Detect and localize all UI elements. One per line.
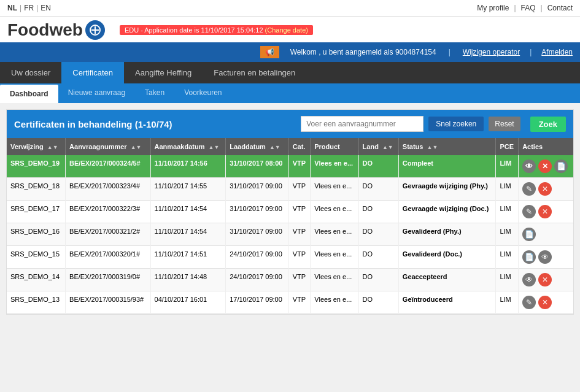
col-pce[interactable]: PCE: [496, 138, 519, 155]
cell-land: DO: [358, 155, 398, 178]
logo-svg-icon: [89, 24, 101, 36]
cell-pce: LIM: [496, 223, 519, 246]
cell-pce: LIM: [496, 291, 519, 314]
logo-row: Foodweb EDU - Application date is 11/10/…: [7, 20, 313, 40]
col-acties: Acties: [519, 138, 573, 155]
eye-icon[interactable]: 👁: [538, 250, 552, 264]
doc-icon[interactable]: 📄: [522, 228, 536, 241]
cell-aanmaak: 11/10/2017 14:48: [150, 269, 226, 291]
nav-aangifte-heffing[interactable]: Aangifte Heffing: [124, 62, 203, 83]
lang-nl[interactable]: NL: [7, 4, 17, 12]
subnav-dashboard[interactable]: Dashboard: [0, 85, 58, 103]
x-icon[interactable]: ✕: [538, 273, 552, 286]
subnav-voorkeuren[interactable]: Voorkeuren: [174, 83, 231, 103]
nav-facturen[interactable]: Facturen en betalingen: [203, 62, 306, 83]
cell-cat: VTP: [288, 155, 311, 178]
x-icon[interactable]: ✕: [538, 159, 552, 173]
sort-aanvraag-icon: ▲▼: [131, 144, 142, 150]
top-bar: NL | FR | EN My profile | FAQ | Contact: [0, 0, 580, 17]
cell-aanmaak: 04/10/2017 16:01: [150, 291, 226, 314]
quick-search-button[interactable]: Snel zoeken: [428, 117, 484, 131]
notification-message: Welkom , u bent aangemeld als 9004874154: [290, 48, 436, 56]
sort-laad-icon: ▲▼: [269, 144, 280, 150]
afmelden-link[interactable]: Afmelden: [541, 48, 573, 56]
action-icons: ✎✕: [522, 205, 570, 218]
col-aanvraagnummer[interactable]: Aanvraagnummer ▲▼: [66, 138, 150, 155]
cell-ref: SRS_DEMO_18: [7, 178, 66, 201]
cell-aanvraag: BE/EX/2017/000321/2#: [66, 223, 150, 246]
cell-aanmaak: 11/10/2017 14:54: [150, 223, 226, 246]
x-icon[interactable]: ✕: [538, 296, 552, 309]
cell-land: DO: [358, 269, 398, 291]
subnav-taken[interactable]: Taken: [135, 83, 174, 103]
subnav-nieuwe-aanvraag[interactable]: Nieuwe aanvraag: [58, 83, 135, 103]
x-icon[interactable]: ✕: [538, 182, 552, 196]
wijzigen-operator-link[interactable]: Wijzigen operator: [463, 48, 520, 56]
cell-product: Vlees en e...: [311, 178, 358, 201]
eye-icon[interactable]: 👁: [522, 273, 536, 286]
col-aanmaakdatum[interactable]: Aanmaakdatum ▲▼: [150, 138, 226, 155]
search-input[interactable]: [301, 116, 423, 132]
action-icons: 📄👁: [522, 250, 570, 264]
top-right-links: My profile | FAQ | Contact: [477, 4, 573, 12]
cell-laad: 24/10/2017 09:00: [226, 246, 288, 269]
lang-en[interactable]: EN: [41, 4, 51, 12]
cell-acties: ✎✕: [519, 291, 573, 314]
cell-laad: 17/10/2017 09:00: [226, 291, 288, 314]
my-profile-link[interactable]: My profile: [477, 4, 509, 12]
faq-link[interactable]: FAQ: [521, 4, 536, 12]
table-title: Certificaten in behandeling (1-10/74): [14, 119, 296, 129]
cell-aanvraag: BE/EX/2017/000323/4#: [66, 178, 150, 201]
table-row: SRS_DEMO_14 BE/EX/2017/000319/0# 11/10/2…: [7, 269, 573, 291]
contact-link[interactable]: Contact: [547, 4, 573, 12]
cell-aanmaak: 11/10/2017 14:51: [150, 246, 226, 269]
reset-button[interactable]: Reset: [489, 117, 520, 131]
main-nav: Uw dossier Certificaten Aangifte Heffing…: [0, 62, 580, 83]
nav-uw-dossier[interactable]: Uw dossier: [0, 62, 61, 83]
edit-icon[interactable]: ✎: [522, 205, 536, 218]
col-cat[interactable]: Cat.: [288, 138, 311, 155]
col-laaddatum[interactable]: Laaddatum ▲▼: [226, 138, 288, 155]
doc-icon[interactable]: 📄: [554, 159, 568, 173]
logo-bar: Foodweb EDU - Application date is 11/10/…: [0, 17, 580, 42]
cell-ref: SRS_DEMO_19: [7, 155, 66, 178]
cell-product: Vlees en e...: [311, 155, 358, 178]
cell-aanvraag: BE/EX/2017/000320/1#: [66, 246, 150, 269]
sort-land-icon: ▲▼: [382, 144, 393, 150]
search-button[interactable]: Zoek: [530, 117, 566, 132]
col-product[interactable]: Product: [311, 138, 358, 155]
logo-icon: [85, 20, 105, 40]
action-icons: 📄: [522, 228, 570, 241]
col-status[interactable]: Status ▲▼: [398, 138, 496, 155]
col-land[interactable]: Land ▲▼: [358, 138, 398, 155]
cell-pce: LIM: [496, 201, 519, 223]
cell-cat: VTP: [288, 201, 311, 223]
cell-status: Gevraagde wijziging (Phy.): [398, 178, 496, 201]
doc-icon[interactable]: 📄: [522, 250, 536, 264]
col-verwijzing[interactable]: Verwijzing ▲▼: [7, 138, 66, 155]
action-icons: 👁✕: [522, 273, 570, 286]
search-bar: Certificaten in behandeling (1-10/74) Sn…: [7, 110, 573, 138]
change-date-link[interactable]: (Change date): [265, 26, 308, 34]
cell-land: DO: [358, 246, 398, 269]
eye-icon[interactable]: 👁: [522, 159, 536, 173]
action-icons: ✎✕: [522, 296, 570, 309]
cell-land: DO: [358, 201, 398, 223]
table-row: SRS_DEMO_18 BE/EX/2017/000323/4# 11/10/2…: [7, 178, 573, 201]
edit-icon[interactable]: ✎: [522, 182, 536, 196]
cell-land: DO: [358, 178, 398, 201]
action-icons: ✎✕: [522, 182, 570, 196]
nav-certificaten[interactable]: Certificaten: [61, 62, 124, 83]
edit-icon[interactable]: ✎: [522, 296, 536, 309]
cell-ref: SRS_DEMO_13: [7, 291, 66, 314]
table-row: SRS_DEMO_15 BE/EX/2017/000320/1# 11/10/2…: [7, 246, 573, 269]
cell-acties: 📄: [519, 223, 573, 246]
cell-product: Vlees en e...: [311, 223, 358, 246]
cell-product: Vlees en e...: [311, 201, 358, 223]
cell-pce: LIM: [496, 178, 519, 201]
lang-fr[interactable]: FR: [24, 4, 34, 12]
cell-land: DO: [358, 223, 398, 246]
x-icon[interactable]: ✕: [538, 205, 552, 218]
lang-links: NL | FR | EN: [7, 4, 51, 12]
logo-text: Foodweb: [7, 20, 83, 40]
